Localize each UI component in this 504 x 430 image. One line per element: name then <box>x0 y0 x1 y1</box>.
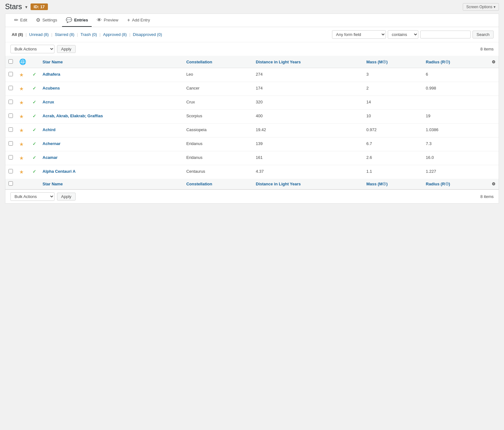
row-radius-cell: 19 <box>423 110 489 124</box>
bottom-action-bar-left: Bulk Actions Delete Mark as Read Mark as… <box>10 192 76 201</box>
row-checkbox-cell <box>5 124 16 137</box>
tab-settings[interactable]: ⚙ Settings <box>32 14 61 27</box>
star-icon[interactable]: ★ <box>19 128 24 133</box>
row-gear-cell <box>489 96 499 110</box>
bulk-actions-select-top[interactable]: Bulk Actions Delete Mark as Read Mark as… <box>10 45 54 53</box>
approved-check-icon: ✓ <box>32 169 36 174</box>
star-name-link[interactable]: Acrux <box>43 100 54 104</box>
tab-entries-label: Entries <box>74 18 88 22</box>
approved-check-icon: ✓ <box>32 86 36 91</box>
star-name-link[interactable]: Achird <box>43 127 55 132</box>
entries-table: 🌐 Star Name Constellation Distance in Li… <box>5 56 499 189</box>
row-distance-cell: 274 <box>253 68 363 82</box>
edit-icon: ✏ <box>14 17 18 23</box>
row-star-name-cell: Acrab, Akrab, Elakrab; Graffias <box>39 110 183 124</box>
star-name-link[interactable]: Acamar <box>43 155 58 160</box>
filter-all[interactable]: All (8) <box>10 32 24 38</box>
star-icon[interactable]: ★ <box>19 86 24 91</box>
footer-gear-icon[interactable]: ⚙ <box>492 182 495 186</box>
star-icon[interactable]: ★ <box>19 169 24 175</box>
row-star-name-cell: Alpha Centauri A <box>39 165 183 179</box>
tf-check <box>29 179 39 189</box>
items-count-top: 8 items <box>480 47 494 51</box>
filter-starred[interactable]: Starred (8) <box>54 32 76 38</box>
star-name-link[interactable]: Alpha Centauri A <box>43 169 76 174</box>
star-icon[interactable]: ★ <box>19 100 24 105</box>
star-name-link[interactable]: Achernar <box>43 141 60 146</box>
th-distance[interactable]: Distance in Light Years <box>253 56 363 68</box>
select-all-checkbox-bottom[interactable] <box>9 181 13 186</box>
tf-radius[interactable]: Radius (R☉) <box>423 179 489 189</box>
row-star-name-cell: Adhafera <box>39 68 183 82</box>
row-checkbox[interactable] <box>9 141 13 146</box>
apply-button-top[interactable]: Apply <box>57 45 76 53</box>
row-checkbox[interactable] <box>9 127 13 132</box>
star-name-link[interactable]: Adhafera <box>43 72 60 77</box>
search-input[interactable] <box>420 31 471 38</box>
row-distance-cell: 139 <box>253 137 363 151</box>
star-name-link[interactable]: Acrab, Akrab, Elakrab; Graffias <box>43 113 103 118</box>
row-checkbox-cell <box>5 110 16 124</box>
row-mass-cell: 10 <box>363 110 423 124</box>
row-check-cell: ✓ <box>29 165 39 179</box>
th-mass[interactable]: Mass (M☉) <box>363 56 423 68</box>
tab-preview[interactable]: 👁 Preview <box>93 14 122 27</box>
tab-edit[interactable]: ✏ Edit <box>10 14 31 27</box>
globe-icon: 🌐 <box>19 59 26 65</box>
tab-entries[interactable]: 💬 Entries <box>62 14 92 27</box>
row-checkbox[interactable] <box>9 113 13 118</box>
row-gear-cell <box>489 137 499 151</box>
tab-add-entry[interactable]: + Add Entry <box>123 14 154 27</box>
filter-trash[interactable]: Trash (0) <box>79 32 98 38</box>
th-gear[interactable]: ⚙ <box>489 56 499 68</box>
star-icon[interactable]: ★ <box>19 72 24 78</box>
select-all-checkbox[interactable] <box>9 59 13 64</box>
tf-constellation[interactable]: Constellation <box>183 179 253 189</box>
th-constellation[interactable]: Constellation <box>183 56 253 68</box>
tf-distance[interactable]: Distance in Light Years <box>253 179 363 189</box>
row-checkbox[interactable] <box>9 72 13 76</box>
row-mass-cell: 2.6 <box>363 151 423 165</box>
row-star-cell: ★ <box>16 137 29 151</box>
tf-star-name[interactable]: Star Name <box>39 179 183 189</box>
screen-options-arrow: ▾ <box>494 5 495 9</box>
title-dropdown-arrow[interactable]: ▾ <box>25 4 27 9</box>
th-star-name[interactable]: Star Name <box>39 56 183 68</box>
row-checkbox[interactable] <box>9 155 13 160</box>
condition-select[interactable]: contains is is not starts with ends with <box>388 30 418 39</box>
column-gear-icon[interactable]: ⚙ <box>492 60 495 64</box>
row-checkbox-cell <box>5 151 16 165</box>
screen-options-button[interactable]: Screen Options ▾ <box>463 3 499 11</box>
row-distance-cell: 4.37 <box>253 165 363 179</box>
star-icon[interactable]: ★ <box>19 114 24 119</box>
star-icon[interactable]: ★ <box>19 155 24 161</box>
row-check-cell: ✓ <box>29 124 39 137</box>
row-checkbox[interactable] <box>9 169 13 173</box>
row-checkbox[interactable] <box>9 86 13 90</box>
row-constellation-cell: Eridanus <box>183 151 253 165</box>
row-distance-cell: 19.42 <box>253 124 363 137</box>
filter-unread[interactable]: Unread (8) <box>28 32 50 38</box>
entries-icon: 💬 <box>66 17 72 23</box>
row-radius-cell: 6 <box>423 68 489 82</box>
star-icon[interactable]: ★ <box>19 142 24 147</box>
row-constellation-cell: Cancer <box>183 82 253 96</box>
row-checkbox[interactable] <box>9 100 13 104</box>
filter-disapproved[interactable]: Disapproved (0) <box>132 32 163 38</box>
row-constellation-cell: Cassiopeia <box>183 124 253 137</box>
th-radius[interactable]: Radius (R☉) <box>423 56 489 68</box>
apply-button-bottom[interactable]: Apply <box>57 193 76 200</box>
form-field-select[interactable]: Any form field Star Name Constellation D… <box>332 30 386 39</box>
row-star-name-cell: Acubens <box>39 82 183 96</box>
table-row: ★ ✓ Acubens Cancer 174 2 0.998 <box>5 82 499 96</box>
row-radius-cell: 1.0386 <box>423 124 489 137</box>
tf-mass[interactable]: Mass (M☉) <box>363 179 423 189</box>
star-name-link[interactable]: Acubens <box>43 86 60 90</box>
search-button[interactable]: Search <box>472 31 494 38</box>
filter-right: Any form field Star Name Constellation D… <box>332 30 494 39</box>
filter-approved[interactable]: Approved (8) <box>102 32 128 38</box>
row-mass-cell: 14 <box>363 96 423 110</box>
bulk-actions-select-bottom[interactable]: Bulk Actions Delete Mark as Read Mark as… <box>10 192 54 201</box>
row-mass-cell: 1.1 <box>363 165 423 179</box>
tf-gear[interactable]: ⚙ <box>489 179 499 189</box>
